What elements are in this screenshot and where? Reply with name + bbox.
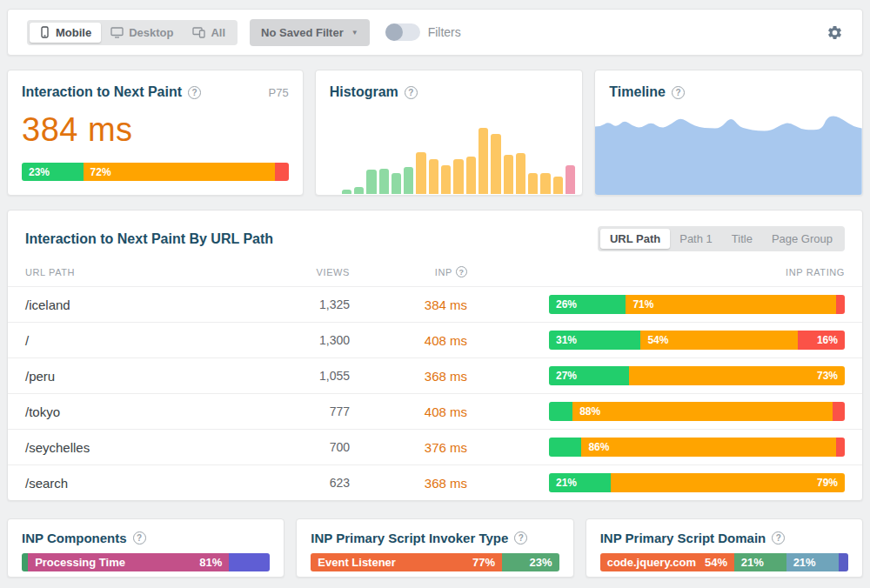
help-icon[interactable]: ? xyxy=(133,531,146,545)
filter-toolbar: MobileDesktopAll No Saved Filter ▼ Filte… xyxy=(7,9,863,56)
settings-gear-icon[interactable] xyxy=(826,24,843,41)
segment-value: 79% xyxy=(817,477,838,489)
histogram-bar xyxy=(528,173,538,194)
table-row[interactable]: /seychelles700376 ms86% xyxy=(8,429,862,464)
bar-segment: 21% xyxy=(786,553,839,571)
segment-value: 23% xyxy=(29,166,50,178)
inp-rating-cell: 26%71% xyxy=(467,295,845,314)
help-icon[interactable]: ? xyxy=(405,86,418,99)
histogram-bar xyxy=(491,134,500,194)
table-row[interactable]: /peru1,055368 ms27%73% xyxy=(8,357,862,393)
inp-rating-bar: 21%79% xyxy=(549,473,845,492)
bar-segment: 16% xyxy=(798,331,845,350)
histogram-bar xyxy=(342,190,351,194)
histogram-card: Histogram ? xyxy=(315,70,584,196)
inp-by-url-table-card: Interaction to Next Paint By URL Path UR… xyxy=(7,210,863,501)
device-tab-mobile[interactable]: Mobile xyxy=(30,23,101,43)
views-cell: 777 xyxy=(258,404,350,418)
views-cell: 623 xyxy=(258,476,350,490)
column-inp: INP? xyxy=(350,266,467,277)
inp-primary-script-invoker-type-card: INP Primary Script Invoker Type?Event Li… xyxy=(296,518,573,578)
inp-rating-cell: 88% xyxy=(467,402,845,421)
segment-label: Event Listener xyxy=(318,556,396,569)
filters-toggle[interactable] xyxy=(385,23,420,41)
inp-rating-cell: 86% xyxy=(467,438,845,457)
histogram-bar xyxy=(441,165,451,194)
device-tab-all[interactable]: All xyxy=(183,23,235,43)
url-path-cell: /search xyxy=(25,476,258,491)
help-icon[interactable]: ? xyxy=(514,531,527,545)
bar-segment: 23% xyxy=(22,163,84,181)
card-title: INP Primary Script Invoker Type xyxy=(311,531,508,545)
card-title: Timeline xyxy=(609,84,666,100)
breakdown-bar: Event Listener77%23% xyxy=(311,553,559,571)
table-row[interactable]: /1,300408 ms31%54%16% xyxy=(8,322,862,357)
chevron-down-icon: ▼ xyxy=(351,29,358,37)
saved-filter-dropdown[interactable]: No Saved Filter ▼ xyxy=(250,19,370,46)
histogram-bar xyxy=(466,157,476,194)
inp-rating-cell: 27%73% xyxy=(467,366,845,385)
table-row[interactable]: /tokyo777408 ms88% xyxy=(8,393,862,429)
segment-value: 21% xyxy=(556,477,577,489)
help-icon[interactable]: ? xyxy=(772,531,785,545)
histogram-bar xyxy=(540,173,550,194)
segment-value: 21% xyxy=(793,556,816,569)
views-cell: 1,055 xyxy=(258,369,350,383)
url-path-cell: /seychelles xyxy=(25,440,258,455)
bar-segment: 86% xyxy=(581,438,835,457)
bar-segment: 88% xyxy=(572,402,833,421)
bar-segment: 54% xyxy=(640,331,797,350)
inp-help-icon[interactable]: ? xyxy=(456,266,467,277)
tab-url-path[interactable]: URL Path xyxy=(600,229,670,249)
tab-page-group[interactable]: Page Group xyxy=(762,229,842,249)
segment-value: 23% xyxy=(530,556,552,569)
inp-value-cell: 408 ms xyxy=(350,333,467,348)
tab-title[interactable]: Title xyxy=(722,229,762,249)
card-title: Histogram xyxy=(330,84,398,100)
histogram-bar xyxy=(404,167,413,194)
phone-icon xyxy=(39,26,50,38)
segment-value: 26% xyxy=(556,298,577,311)
card-title-row: INP Components? xyxy=(22,531,270,545)
table-body: /iceland1,325384 ms26%71%/1,300408 ms31%… xyxy=(8,286,862,500)
grouping-tabs: URL PathPath 1TitlePage Group xyxy=(598,226,845,251)
table-row[interactable]: /iceland1,325384 ms26%71% xyxy=(8,286,862,322)
segment-value: 31% xyxy=(556,334,577,346)
table-row[interactable]: /search623368 ms21%79% xyxy=(8,464,862,500)
bar-segment xyxy=(836,295,845,314)
bar-segment xyxy=(549,402,572,421)
card-title: Interaction to Next Paint xyxy=(22,84,182,100)
histogram-chart xyxy=(342,128,576,194)
percentile-badge: P75 xyxy=(269,86,289,99)
desktop-icon xyxy=(110,26,124,38)
help-icon[interactable]: ? xyxy=(672,86,685,99)
segment-value: 71% xyxy=(632,298,653,311)
device-tab-label: Desktop xyxy=(129,26,173,39)
device-tab-label: All xyxy=(211,26,225,39)
segment-value: 54% xyxy=(647,334,668,346)
bar-segment xyxy=(22,553,28,571)
bar-segment xyxy=(839,553,848,571)
bar-segment: 79% xyxy=(611,473,845,492)
breakdown-bar: Processing Time81% xyxy=(22,553,270,571)
segment-value: 16% xyxy=(817,334,838,346)
segment-value: 72% xyxy=(90,166,111,178)
url-path-cell: /peru xyxy=(25,369,258,384)
help-icon[interactable]: ? xyxy=(188,86,201,99)
inp-rating-bar: 26%71% xyxy=(549,295,845,314)
histogram-bar xyxy=(453,159,463,194)
table-title: Interaction to Next Paint By URL Path xyxy=(25,231,273,247)
inp-components-card: INP Components?Processing Time81% xyxy=(7,518,284,578)
segment-value: 77% xyxy=(472,556,495,569)
histogram-bar xyxy=(429,159,438,194)
tab-path-1[interactable]: Path 1 xyxy=(670,229,722,249)
inp-rating-cell: 21%79% xyxy=(467,473,845,492)
histogram-bar xyxy=(392,173,401,194)
device-tab-desktop[interactable]: Desktop xyxy=(101,23,183,43)
inp-rating-bar: 23%72% xyxy=(22,163,289,181)
card-title-row: INP Primary Script Domain? xyxy=(600,531,848,545)
segment-value: 21% xyxy=(741,556,764,569)
bar-segment xyxy=(549,438,581,457)
segment-value: 81% xyxy=(199,556,222,569)
inp-value-cell: 368 ms xyxy=(350,476,467,491)
